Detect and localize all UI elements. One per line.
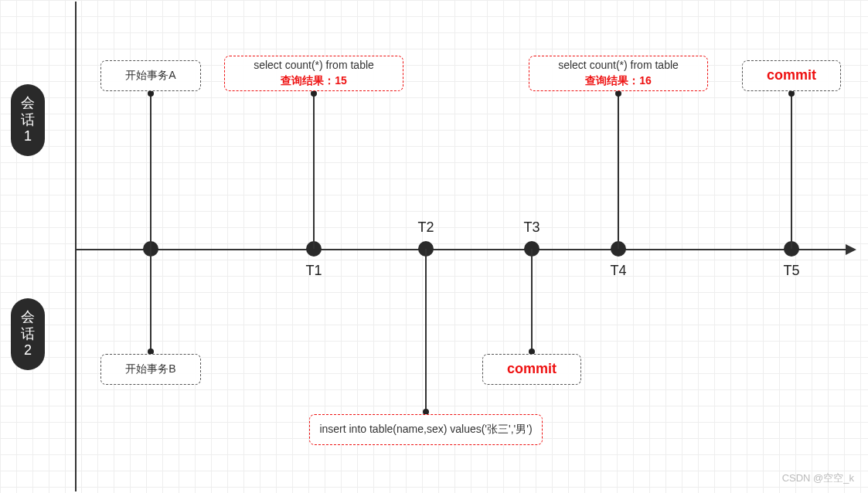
session-2-label: 会话2 — [11, 298, 45, 370]
box-start-a-text: 开始事务A — [125, 68, 175, 83]
box-insert: insert into table(name,sex) values('张三',… — [309, 414, 543, 445]
box-commit-bottom: commit — [482, 354, 581, 385]
commit-top-text: commit — [767, 66, 816, 85]
query2-result: 查询结果：16 — [585, 73, 652, 89]
session-1-label: 会话1 — [11, 84, 45, 156]
watermark: CSDN @空空_k — [782, 471, 854, 485]
stem-t2 — [425, 249, 427, 412]
time-label-t2: T2 — [417, 219, 434, 236]
box-start-b: 开始事务B — [100, 354, 201, 385]
time-label-t5: T5 — [783, 263, 799, 279]
stem-t0 — [150, 94, 151, 352]
stem-dot-t5 — [788, 90, 795, 97]
time-axis — [75, 249, 849, 250]
box-commit-top: commit — [742, 60, 841, 91]
time-axis-arrow — [846, 244, 856, 255]
box-query-2: select count(*) from table 查询结果：16 — [529, 56, 708, 91]
insert-sql: insert into table(name,sex) values('张三',… — [319, 422, 532, 437]
time-label-t3: T3 — [523, 219, 540, 236]
stem-dot-t1 — [311, 90, 317, 97]
box-start-b-text: 开始事务B — [125, 362, 175, 377]
query1-sql: select count(*) from table — [254, 58, 374, 73]
stem-dot-t0-top — [148, 90, 154, 97]
box-start-a: 开始事务A — [100, 60, 201, 91]
commit-bottom-text: commit — [507, 359, 557, 379]
stem-dot-t4 — [615, 90, 621, 97]
box-query-1: select count(*) from table 查询结果：15 — [224, 56, 403, 91]
stem-t5 — [791, 94, 792, 249]
time-label-t1: T1 — [305, 263, 322, 279]
stem-t4 — [618, 94, 619, 249]
stem-t1 — [313, 94, 315, 249]
time-label-t4: T4 — [610, 263, 626, 279]
query1-result: 查询结果：15 — [281, 73, 347, 89]
query2-sql: select count(*) from table — [558, 58, 679, 73]
vertical-axis — [75, 2, 77, 491]
stem-t3 — [531, 249, 533, 352]
